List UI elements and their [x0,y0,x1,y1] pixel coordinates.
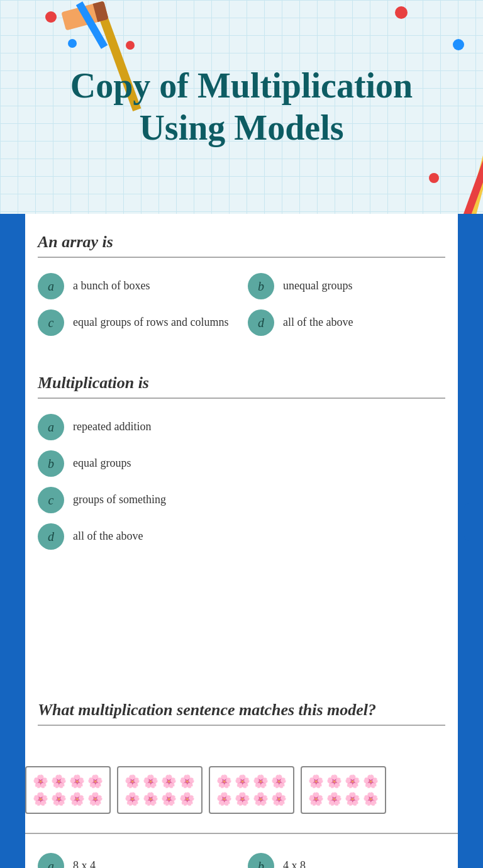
question-2-options: a repeated addition b equal groups c gro… [38,414,445,550]
flower-icon: 🌸 [69,774,85,789]
q1-option-c[interactable]: c equal groups of rows and columns [38,309,235,336]
flower-row: 🌸 🌸 🌸 🌸 [308,791,379,806]
question-3-answers: a 8 x 4 b 4 x 8 c [25,833,458,868]
q2-badge-b: b [38,450,64,477]
header-background: Copy of Multiplication Using Models [0,0,483,214]
question-1-options: a a bunch of boxes b unequal groups c eq… [38,273,445,336]
flower-icon: 🌸 [271,791,287,806]
flower-box-4: 🌸 🌸 🌸 🌸 🌸 🌸 🌸 🌸 [301,766,386,814]
flower-icon: 🌸 [308,774,324,789]
flower-icon: 🌸 [235,774,250,789]
flower-icon: 🌸 [253,774,269,789]
flower-box-1: 🌸 🌸 🌸 🌸 🌸 🌸 🌸 🌸 [25,766,111,814]
flower-icon: 🌸 [271,774,287,789]
flower-model-image: 🌸 🌸 🌸 🌸 🌸 🌸 🌸 🌸 🌸 🌸 🌸 🌸 🌸 [25,754,458,833]
flower-row: 🌸 🌸 🌸 🌸 [308,774,379,789]
blue-dot-1 [68,39,77,48]
question-3-title: What multiplication sentence matches thi… [38,701,445,726]
flower-icon: 🌸 [179,791,195,806]
flower-icon: 🌸 [143,774,158,789]
flower-icon: 🌸 [33,791,48,806]
question-1-title: An array is [38,233,445,258]
q1-text-c: equal groups of rows and columns [73,309,228,330]
q1-text-d: all of the above [283,309,353,330]
q2-option-b[interactable]: b equal groups [38,450,445,477]
left-border [0,214,25,868]
q1-option-a[interactable]: a a bunch of boxes [38,273,235,299]
flower-row: 🌸 🌸 🌸 🌸 [125,774,195,789]
q2-badge-a: a [38,414,64,440]
flower-icon: 🌸 [363,791,379,806]
flower-icon: 🌸 [345,774,360,789]
question-2-section: Multiplication is a repeated addition b … [25,355,458,569]
red-dot-3 [395,6,408,19]
flower-box-2: 🌸 🌸 🌸 🌸 🌸 🌸 🌸 🌸 [117,766,203,814]
q1-text-b: unequal groups [283,273,352,294]
page-title: Copy of Multiplication Using Models [45,65,438,149]
flower-row: 🌸 🌸 🌸 🌸 [125,791,195,806]
flower-icon: 🌸 [179,774,195,789]
flower-icon: 🌸 [308,791,324,806]
q2-option-d[interactable]: d all of the above [38,523,445,550]
flower-row: 🌸 🌸 🌸 🌸 [216,791,287,806]
flower-icon: 🌸 [125,774,140,789]
q2-option-a[interactable]: a repeated addition [38,414,445,440]
red-dot-1 [45,11,57,23]
q1-option-b[interactable]: b unequal groups [248,273,445,299]
question-3-section: What multiplication sentence matches thi… [25,682,458,754]
flower-icon: 🌸 [51,791,67,806]
spacer [25,569,458,682]
q2-badge-d: d [38,523,64,550]
flower-icon: 🌸 [51,774,67,789]
flower-icon: 🌸 [216,791,232,806]
flower-icon: 🌸 [125,791,140,806]
q3-text-a: 8 x 4 [73,853,96,868]
flower-icon: 🌸 [33,774,48,789]
red-dot-4 [429,173,439,183]
q2-option-c[interactable]: c groups of something [38,487,445,513]
flower-icon: 🌸 [363,774,379,789]
flower-icon: 🌸 [69,791,85,806]
q1-badge-c: c [38,309,64,336]
q3-answer-grid: a 8 x 4 b 4 x 8 [38,847,445,868]
q2-text-c: groups of something [73,487,166,508]
flower-icon: 🌸 [87,774,103,789]
scroll-indicator[interactable] [464,503,483,541]
red-dot-2 [126,41,135,50]
q3-text-b: 4 x 8 [283,853,306,868]
flower-icon: 🌸 [326,791,342,806]
q2-text-a: repeated addition [73,414,151,435]
flower-icon: 🌸 [253,791,269,806]
q1-option-d[interactable]: d all of the above [248,309,445,336]
flower-icon: 🌸 [235,791,250,806]
flower-icon: 🌸 [161,791,177,806]
flower-row: 🌸 🌸 🌸 🌸 [33,791,103,806]
q1-badge-b: b [248,273,274,299]
flower-icon: 🌸 [87,791,103,806]
flower-row: 🌸 🌸 🌸 🌸 [216,774,287,789]
q3-badge-b: b [248,853,274,868]
q2-text-d: all of the above [73,523,143,544]
flower-icon: 🌸 [345,791,360,806]
question-1-section: An array is a a bunch of boxes b unequal… [25,214,458,355]
flower-boxes-container: 🌸 🌸 🌸 🌸 🌸 🌸 🌸 🌸 🌸 🌸 🌸 🌸 🌸 [25,766,458,814]
flower-icon: 🌸 [161,774,177,789]
right-border [458,214,483,868]
flower-icon: 🌸 [143,791,158,806]
question-2-title: Multiplication is [38,374,445,399]
flower-icon: 🌸 [216,774,232,789]
q3-badge-a: a [38,853,64,868]
q2-badge-c: c [38,487,64,513]
flower-icon: 🌸 [326,774,342,789]
q3-option-b[interactable]: b 4 x 8 [248,853,445,868]
flower-box-3: 🌸 🌸 🌸 🌸 🌸 🌸 🌸 🌸 [209,766,294,814]
flower-row: 🌸 🌸 🌸 🌸 [33,774,103,789]
q1-badge-d: d [248,309,274,336]
q1-text-a: a bunch of boxes [73,273,150,294]
q2-text-b: equal groups [73,450,131,471]
blue-dot-2 [453,39,464,50]
q1-badge-a: a [38,273,64,299]
q3-option-a[interactable]: a 8 x 4 [38,853,235,868]
